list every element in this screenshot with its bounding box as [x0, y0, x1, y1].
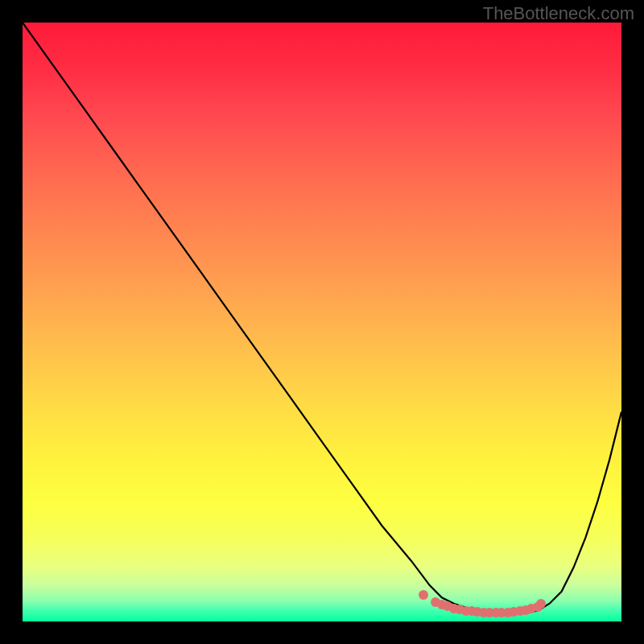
chart-optimal-dots [23, 23, 621, 621]
optimal-dot [536, 599, 546, 609]
watermark-text: TheBottleneck.com [483, 3, 634, 24]
chart-plot-area [23, 23, 621, 621]
optimal-dot [419, 590, 428, 600]
